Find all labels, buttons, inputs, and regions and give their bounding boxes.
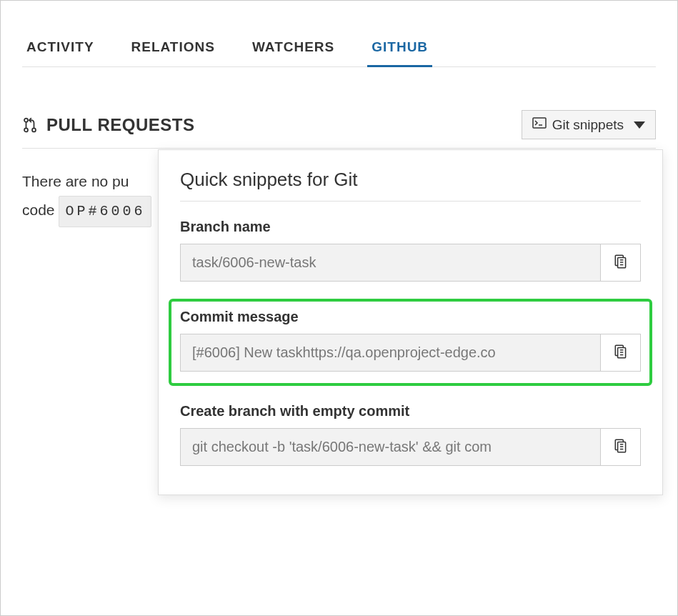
copy-icon — [614, 344, 628, 362]
work-package-code-chip: OP#6006 — [59, 196, 151, 227]
section-header-row: PULL REQUESTS Git snippets — [22, 110, 656, 149]
text-line-1: There are no pu — [22, 173, 129, 189]
svg-point-0 — [24, 118, 28, 121]
tab-watchers[interactable]: WATCHERS — [248, 29, 339, 67]
copy-commit-button[interactable] — [600, 334, 640, 371]
tab-relations[interactable]: RELATIONS — [127, 29, 219, 67]
commit-message-input[interactable] — [181, 334, 600, 371]
commit-message-group: Commit message — [169, 299, 652, 386]
branch-name-input[interactable] — [181, 244, 600, 281]
copy-icon — [614, 438, 628, 456]
tab-activity[interactable]: ACTIVITY — [22, 29, 99, 67]
branch-name-label: Branch name — [180, 219, 641, 235]
chevron-down-icon — [634, 121, 645, 129]
terminal-icon — [532, 116, 547, 133]
text-line-2-prefix: code — [22, 202, 59, 218]
copy-create-branch-button[interactable] — [600, 429, 640, 465]
create-branch-group: Create branch with empty commit — [180, 403, 641, 466]
pull-request-icon — [22, 116, 38, 134]
branch-name-group: Branch name — [180, 219, 641, 282]
section-title: PULL REQUESTS — [46, 115, 194, 135]
copy-icon — [614, 254, 628, 272]
svg-point-2 — [32, 128, 36, 131]
create-branch-input[interactable] — [181, 429, 600, 465]
git-snippets-popover: Quick snippets for Git Branch name Commi… — [158, 149, 663, 495]
popover-title: Quick snippets for Git — [180, 169, 641, 202]
copy-branch-button[interactable] — [600, 244, 640, 281]
create-branch-label: Create branch with empty commit — [180, 403, 641, 419]
git-snippets-button[interactable]: Git snippets — [522, 110, 656, 139]
pull-requests-header: PULL REQUESTS — [22, 115, 194, 135]
commit-message-label: Commit message — [180, 309, 641, 325]
svg-rect-3 — [533, 118, 546, 128]
svg-point-1 — [24, 128, 28, 131]
git-snippets-label: Git snippets — [552, 117, 624, 133]
tab-github[interactable]: GITHUB — [367, 29, 432, 67]
tabs-row: ACTIVITY RELATIONS WATCHERS GITHUB — [22, 29, 656, 67]
